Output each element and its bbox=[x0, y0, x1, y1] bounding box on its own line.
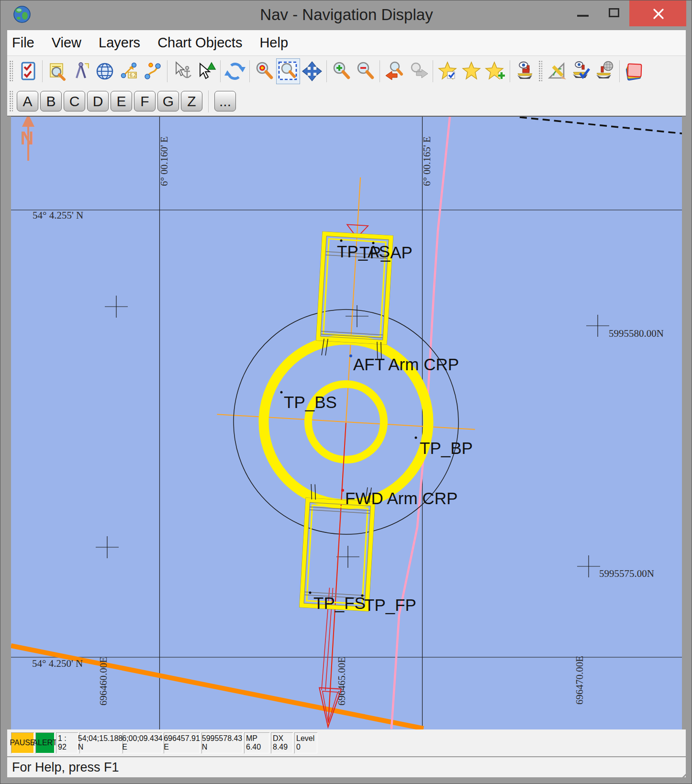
chart-canvas[interactable]: TP_AS TP_AP TP_BS TP_BP TP_FS TP_FP AFT … bbox=[11, 116, 682, 729]
north-label: N bbox=[21, 128, 33, 148]
zoom-window-icon bbox=[278, 61, 299, 82]
dividers-button[interactable] bbox=[69, 58, 93, 84]
toolbar-separator bbox=[42, 60, 43, 82]
label-lat-bottom: 54° 4.250' N bbox=[32, 658, 83, 669]
menu-view[interactable]: View bbox=[43, 30, 90, 55]
north-arrow: N bbox=[21, 117, 34, 161]
letter-button-a[interactable]: A bbox=[17, 91, 38, 111]
anchor-cursor-button[interactable] bbox=[170, 58, 194, 84]
letter-button-g[interactable]: G bbox=[157, 91, 179, 111]
letter-button-c[interactable]: C bbox=[64, 91, 85, 111]
mp-readout: MP 6.40 bbox=[244, 732, 269, 753]
maximize-icon bbox=[609, 8, 619, 17]
label-tp-fp: TP_FP bbox=[364, 596, 416, 614]
toolbar-grip[interactable] bbox=[538, 60, 542, 82]
layers-button[interactable] bbox=[622, 58, 646, 84]
globe-button[interactable] bbox=[93, 58, 117, 84]
longitude-readout: 6;00;09.434 E bbox=[123, 732, 162, 753]
graticule-lines bbox=[11, 117, 682, 730]
zoom-in-icon bbox=[331, 61, 352, 82]
menu-file[interactable]: File bbox=[7, 30, 43, 55]
star-icon bbox=[461, 61, 482, 82]
letter-button-f[interactable]: F bbox=[134, 91, 156, 111]
menu-layers[interactable]: Layers bbox=[90, 30, 149, 55]
label-tp-fs: TP_FS bbox=[313, 594, 366, 612]
zoom-in-button[interactable] bbox=[329, 58, 353, 84]
ship-check-icon bbox=[570, 61, 592, 82]
minimize-icon bbox=[577, 15, 589, 17]
checklist-icon bbox=[17, 61, 38, 82]
label-aft-arm-crp: AFT Arm CRP bbox=[353, 355, 459, 374]
zoom-out-icon bbox=[355, 61, 376, 82]
ship-radar-button[interactable] bbox=[593, 58, 617, 84]
dx-readout: DX 8.49 bbox=[271, 732, 293, 753]
letter-button-more[interactable]: ... bbox=[214, 91, 236, 111]
label-tp-bs: TP_BS bbox=[284, 393, 337, 411]
zoom-forward-icon bbox=[408, 61, 429, 82]
label-lon-left: 6° 00.160' E bbox=[158, 136, 170, 186]
ship-check-button[interactable] bbox=[569, 58, 593, 84]
letter-button-e[interactable]: E bbox=[111, 91, 132, 111]
ship-eye-icon bbox=[514, 61, 535, 82]
toolbar-grip[interactable] bbox=[9, 90, 13, 112]
menu-chart-objects[interactable]: Chart Objects bbox=[149, 30, 251, 55]
ship-view-button[interactable] bbox=[513, 58, 536, 84]
label-northing-bottom: 5995575.00N bbox=[599, 568, 654, 579]
zoom-point-button[interactable] bbox=[252, 58, 276, 84]
toolbar-separator bbox=[510, 60, 510, 82]
select-cursor-button[interactable] bbox=[194, 58, 218, 84]
layers-icon bbox=[624, 61, 645, 82]
route-button[interactable] bbox=[141, 58, 165, 84]
latitude-readout: 54;04;15.188 N bbox=[79, 732, 121, 753]
refresh-button[interactable] bbox=[223, 58, 247, 84]
pan-button[interactable] bbox=[300, 58, 324, 84]
anchor-cursor-icon bbox=[171, 61, 192, 82]
distance-button[interactable]: 6.2 bbox=[117, 58, 141, 84]
menu-help[interactable]: Help bbox=[251, 30, 297, 55]
favorite-check-button[interactable] bbox=[435, 58, 459, 84]
zoom-back-icon bbox=[384, 61, 405, 82]
favorite-button[interactable] bbox=[459, 58, 483, 84]
label-tp-bp: TP_BP bbox=[420, 439, 473, 457]
minimize-button[interactable] bbox=[573, 0, 594, 26]
letter-button-b[interactable]: B bbox=[40, 91, 62, 111]
main-toolbar: 6.2 bbox=[7, 56, 686, 87]
label-lat-top: 54° 4.255' N bbox=[33, 210, 83, 221]
zoom-forward-button[interactable] bbox=[406, 58, 430, 84]
globe-icon bbox=[94, 61, 115, 82]
label-easting-mid: 696465.00E bbox=[336, 657, 347, 706]
refresh-icon bbox=[224, 61, 246, 82]
favorite-add-button[interactable] bbox=[483, 58, 507, 84]
toolbar-separator bbox=[433, 60, 433, 82]
zoom-window-button[interactable] bbox=[276, 58, 300, 84]
zoom-out-button[interactable] bbox=[353, 58, 377, 84]
label-easting-left: 696460.00E bbox=[98, 657, 109, 706]
letter-button-d[interactable]: D bbox=[87, 91, 109, 111]
help-bar: For Help, press F1 bbox=[7, 757, 686, 777]
toolbar-separator bbox=[619, 60, 620, 82]
checklist-button[interactable] bbox=[16, 58, 40, 84]
label-fwd-arm-crp: FWD Arm CRP bbox=[345, 489, 458, 508]
label-tp-ap: TP_AP bbox=[359, 243, 413, 262]
pink-track-line bbox=[391, 117, 450, 729]
pause-indicator[interactable]: PAUSE bbox=[11, 732, 34, 753]
alert-indicator[interactable]: ALERT bbox=[35, 732, 55, 753]
scale-readout: 1 : 92 bbox=[56, 732, 78, 753]
dashed-boundary-line bbox=[520, 117, 682, 133]
app-window: Nav - Navigation Display File View Layer… bbox=[0, 0, 692, 784]
zoom-point-icon bbox=[254, 61, 275, 82]
help-text: For Help, press F1 bbox=[12, 760, 119, 775]
close-button[interactable] bbox=[629, 0, 686, 26]
zoom-back-button[interactable] bbox=[382, 58, 406, 84]
chart-info-button[interactable] bbox=[45, 58, 69, 84]
svg-text:6.2: 6.2 bbox=[130, 73, 136, 78]
toolbar-grip[interactable] bbox=[9, 60, 13, 82]
route-icon bbox=[142, 61, 163, 82]
measure-tools-button[interactable] bbox=[545, 58, 569, 84]
label-easting-right: 696470.00E bbox=[574, 656, 585, 705]
star-add-icon bbox=[485, 61, 506, 82]
letter-button-z[interactable]: Z bbox=[181, 91, 202, 111]
maximize-button[interactable] bbox=[603, 0, 625, 26]
ruler-pencil-icon bbox=[547, 61, 568, 82]
menu-bar: File View Layers Chart Objects Help bbox=[7, 30, 686, 56]
